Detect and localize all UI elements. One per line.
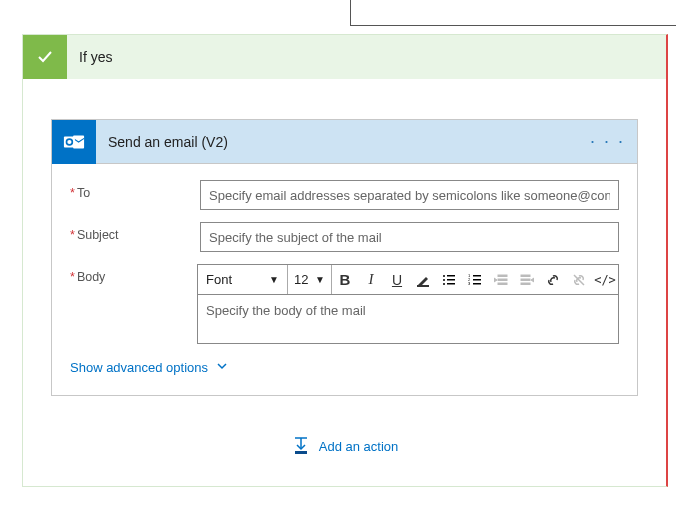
svg-rect-3 — [417, 285, 429, 287]
action-menu-button[interactable]: · · · — [590, 131, 625, 152]
link-button[interactable] — [540, 265, 566, 294]
if-yes-title: If yes — [79, 49, 112, 65]
subject-label: *Subject — [70, 222, 200, 242]
to-input[interactable] — [200, 180, 619, 210]
svg-text:3: 3 — [468, 281, 471, 286]
svg-rect-18 — [498, 283, 507, 285]
italic-button[interactable]: I — [358, 265, 384, 294]
if-yes-header[interactable]: If yes — [23, 35, 666, 79]
body-field-row: *Body Font▼ 12▼ B I U — [70, 264, 619, 344]
color-button[interactable] — [410, 265, 436, 294]
svg-rect-16 — [498, 275, 507, 277]
svg-rect-5 — [447, 275, 455, 277]
parent-card-edge — [350, 0, 676, 26]
svg-rect-13 — [473, 279, 481, 281]
add-action-button[interactable]: Add an action — [51, 436, 638, 456]
body-editor: Font▼ 12▼ B I U — [197, 264, 619, 344]
body-label: *Body — [70, 264, 197, 284]
svg-rect-9 — [447, 283, 455, 285]
body-textarea[interactable]: Specify the body of the mail — [198, 295, 618, 343]
svg-rect-1 — [64, 136, 75, 147]
show-advanced-options[interactable]: Show advanced options — [70, 360, 619, 375]
outdent-button[interactable] — [488, 265, 514, 294]
subject-input[interactable] — [200, 222, 619, 252]
number-list-button[interactable]: 123 — [462, 265, 488, 294]
if-yes-branch: If yes Send an email (V2) · · · *To *Sub… — [22, 34, 668, 487]
action-title: Send an email (V2) — [108, 134, 228, 150]
font-size-dropdown[interactable]: 12▼ — [288, 265, 332, 294]
svg-rect-11 — [473, 275, 481, 277]
rte-toolbar: Font▼ 12▼ B I U — [198, 265, 618, 295]
svg-point-8 — [443, 283, 445, 285]
font-dropdown[interactable]: Font▼ — [198, 265, 288, 294]
svg-rect-7 — [447, 279, 455, 281]
unlink-button[interactable] — [566, 265, 592, 294]
svg-rect-20 — [521, 279, 530, 281]
subject-field-row: *Subject — [70, 222, 619, 252]
add-action-icon — [291, 436, 311, 456]
svg-rect-19 — [521, 275, 530, 277]
svg-rect-23 — [295, 451, 307, 454]
action-body: *To *Subject *Body Font▼ 12▼ — [52, 164, 637, 395]
action-header[interactable]: Send an email (V2) · · · — [52, 120, 637, 164]
check-icon — [23, 35, 67, 79]
svg-point-4 — [443, 275, 445, 277]
underline-button[interactable]: U — [384, 265, 410, 294]
svg-rect-15 — [473, 283, 481, 285]
svg-rect-21 — [521, 283, 530, 285]
indent-button[interactable] — [514, 265, 540, 294]
svg-rect-17 — [498, 279, 507, 281]
code-view-button[interactable]: </> — [592, 265, 618, 294]
outlook-icon — [52, 120, 96, 164]
svg-point-6 — [443, 279, 445, 281]
bullet-list-button[interactable] — [436, 265, 462, 294]
bold-button[interactable]: B — [332, 265, 358, 294]
chevron-down-icon — [216, 360, 228, 375]
add-action-label: Add an action — [319, 439, 399, 454]
to-label: *To — [70, 180, 200, 200]
to-field-row: *To — [70, 180, 619, 210]
send-email-action: Send an email (V2) · · · *To *Subject *B… — [51, 119, 638, 396]
